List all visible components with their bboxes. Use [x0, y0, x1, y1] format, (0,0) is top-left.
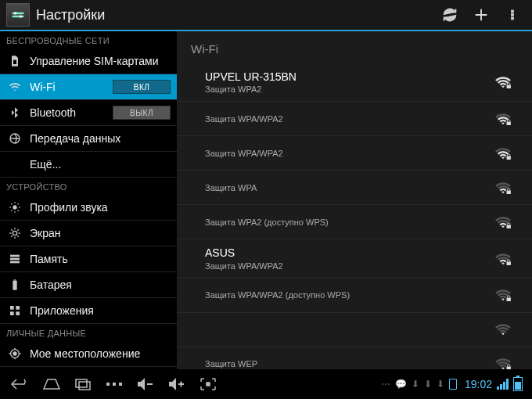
svg-point-3: [20, 15, 22, 17]
svg-rect-19: [16, 311, 20, 315]
svg-point-2: [14, 12, 16, 14]
download-icon: ⬇: [412, 379, 419, 390]
wifi-network-item[interactable]: Защита WPA: [177, 171, 532, 205]
wifi-security: Защита WPA2 (доступно WPS): [205, 217, 494, 228]
wifi-signal-icon: [494, 146, 512, 160]
svg-rect-27: [507, 261, 511, 265]
sidebar-item-sim[interactable]: Управление SIM-картами: [0, 49, 177, 74]
svg-rect-28: [507, 298, 511, 302]
sidebar-item-label: Экран: [30, 227, 171, 239]
svg-rect-0: [13, 13, 24, 15]
home-button[interactable]: [36, 372, 67, 396]
svg-rect-6: [512, 17, 514, 20]
wifi-signal-icon: [494, 288, 512, 302]
menu-dots-button[interactable]: [99, 372, 130, 396]
wifi-signal-icon: [494, 322, 512, 336]
overflow-menu-icon[interactable]: [504, 6, 521, 23]
volume-down-button[interactable]: [130, 372, 161, 396]
svg-rect-22: [507, 85, 511, 89]
wifi-icon: [8, 80, 22, 94]
recent-apps-button[interactable]: [67, 372, 99, 396]
download-icon: ⬇: [424, 379, 432, 390]
sidebar-item-data[interactable]: Передача данных: [0, 126, 177, 152]
wifi-network-item[interactable]: Защита WPA/WPA2 (доступно WPS): [177, 279, 532, 313]
wifi-network-item[interactable]: UPVEL UR-315BN Защита WPA2: [177, 63, 532, 102]
section-header: БЕСПРОВОДНЫЕ СЕТИ: [0, 31, 177, 49]
add-icon[interactable]: [473, 6, 490, 23]
wifi-network-item[interactable]: Защита WPA/WPA2: [177, 102, 532, 136]
app-header: Настройки: [0, 0, 532, 31]
svg-rect-26: [507, 225, 511, 229]
download-icon: ⬇: [437, 379, 444, 390]
svg-rect-18: [10, 311, 14, 315]
settings-app-icon: [6, 3, 30, 27]
sidebar-item-apps[interactable]: Приложения: [0, 298, 177, 324]
wifi-network-item[interactable]: ASUS Защита WPA/WPA2: [177, 239, 532, 278]
section-header: УСТРОЙСТВО: [0, 178, 177, 195]
screenshot-button[interactable]: [192, 372, 224, 396]
svg-rect-16: [10, 306, 14, 310]
sidebar-item-label: Ещё...: [30, 158, 171, 171]
back-button[interactable]: [5, 372, 36, 396]
svg-rect-1: [13, 16, 24, 18]
sidebar-item-label: Wi-Fi: [30, 81, 113, 93]
sidebar-item-label: Мое местоположение: [30, 347, 171, 360]
volume-up-button[interactable]: [161, 372, 192, 396]
battery-icon: [513, 377, 523, 391]
wifi-network-item[interactable]: [177, 313, 532, 347]
section-header: ЛИЧНЫЕ ДАННЫЕ: [0, 324, 177, 341]
sidebar-item-label: Передача данных: [30, 132, 171, 145]
system-navbar: ⋯ 💬 ⬇ ⬇ ⬇ 19:02: [0, 369, 532, 399]
wifi-signal-icon: [494, 75, 512, 89]
status-tray[interactable]: ⋯ 💬 ⬇ ⬇ ⬇ 19:02: [381, 377, 527, 391]
wifi-signal-icon: [494, 112, 512, 126]
svg-rect-31: [79, 382, 90, 390]
sidebar-item-wifi[interactable]: Wi-FiВКЛ: [0, 74, 177, 100]
wifi-security: Защита WPA/WPA2: [205, 113, 494, 124]
content-pane: Wi-Fi UPVEL UR-315BN Защита WPA2 Защита …: [177, 31, 532, 369]
sidebar-item-battery[interactable]: Батарея: [0, 272, 177, 298]
sidebar-item-audio[interactable]: Профили звука: [0, 195, 177, 221]
toggle-wifi[interactable]: ВКЛ: [113, 80, 171, 94]
wifi-signal-icon: [494, 357, 512, 369]
wifi-security: Защита WEP: [205, 358, 494, 369]
svg-point-10: [13, 231, 16, 235]
svg-rect-5: [512, 14, 514, 16]
sidebar-item-location[interactable]: Мое местоположение: [0, 341, 177, 367]
svg-rect-25: [507, 191, 511, 195]
svg-rect-32: [147, 383, 153, 385]
wifi-name: ASUS: [205, 246, 494, 260]
location-icon: [8, 347, 22, 361]
content-title: Wi-Fi: [177, 31, 532, 63]
sidebar-item-bt[interactable]: BluetoothВЫКЛ: [0, 100, 177, 126]
sidebar-item-label: Управление SIM-картами: [30, 55, 171, 67]
cell-signal-icon: [497, 379, 509, 390]
svg-rect-12: [10, 258, 20, 261]
sidebar-item-more[interactable]: Ещё...: [0, 152, 177, 178]
wifi-security: Защита WPA/WPA2: [205, 261, 494, 271]
data-icon: [8, 131, 22, 146]
notification-icon: ⋯: [381, 379, 390, 390]
storage-icon: [8, 252, 22, 266]
wifi-signal-icon: [494, 181, 512, 195]
settings-sidebar: БЕСПРОВОДНЫЕ СЕТИУправление SIM-картамиW…: [0, 31, 177, 369]
sd-card-icon: [449, 379, 457, 390]
sidebar-item-display[interactable]: Экран: [0, 221, 177, 246]
bluetooth-icon: [8, 106, 22, 120]
toggle-bt[interactable]: ВЫКЛ: [113, 106, 171, 120]
refresh-icon[interactable]: [441, 6, 458, 23]
wifi-security: Защита WPA: [205, 182, 494, 193]
svg-rect-14: [13, 281, 16, 290]
wifi-security: Защита WPA/WPA2 (доступно WPS): [205, 289, 494, 300]
wifi-network-item[interactable]: Защита WEP: [177, 347, 532, 369]
wifi-signal-icon: [494, 215, 512, 229]
svg-rect-4: [512, 10, 514, 13]
sidebar-item-storage[interactable]: Память: [0, 246, 177, 272]
svg-point-9: [13, 206, 16, 209]
wifi-network-item[interactable]: Защита WPA/WPA2: [177, 136, 532, 171]
svg-rect-23: [507, 122, 511, 126]
wifi-signal-icon: [494, 252, 512, 266]
sim-icon: [8, 54, 22, 68]
wifi-network-item[interactable]: Защита WPA2 (доступно WPS): [177, 205, 532, 239]
audio-icon: [8, 200, 22, 214]
